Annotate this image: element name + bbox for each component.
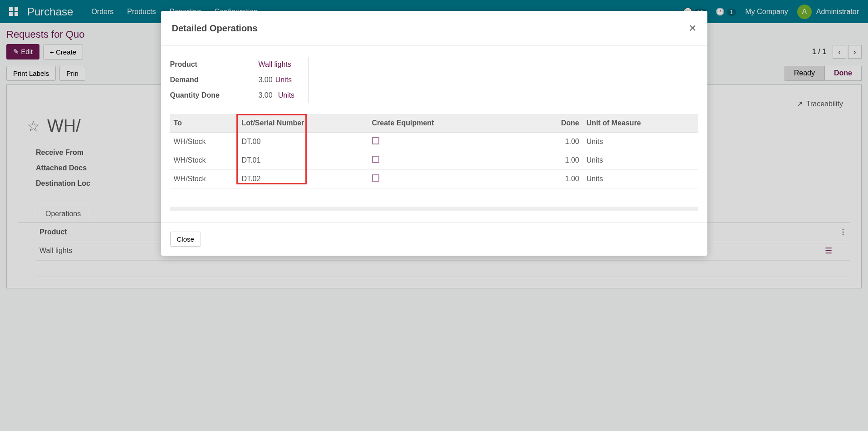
label-product: Product	[170, 60, 259, 69]
modal-header: Detailed Operations ×	[161, 11, 707, 46]
mcell-done: 1.00	[495, 170, 583, 188]
modal-scrollbar[interactable]	[170, 207, 698, 211]
mcol-equipment: Create Equipment	[368, 114, 495, 133]
mcol-done: Done	[495, 114, 583, 133]
detailed-operations-modal: Detailed Operations × Product Wall light…	[161, 11, 707, 256]
modal-close-button[interactable]: ×	[689, 21, 696, 35]
mcell-to: WH/Stock	[170, 151, 238, 170]
value-demand-qty: 3.00	[259, 76, 273, 84]
mcell-lot: DT.00	[238, 133, 368, 151]
close-button[interactable]: Close	[170, 232, 201, 247]
mcol-uom: Unit of Measure	[583, 114, 698, 133]
mcell-uom: Units	[583, 170, 698, 188]
mcol-lot: Lot/Serial Number	[238, 114, 368, 133]
checkbox[interactable]	[372, 137, 379, 144]
mcell-uom: Units	[583, 151, 698, 170]
mcell-done: 1.00	[495, 151, 583, 170]
mcell-done: 1.00	[495, 133, 583, 151]
value-qty-done-unit[interactable]: Units	[278, 91, 294, 99]
checkbox[interactable]	[372, 156, 379, 163]
mcell-equipment	[368, 151, 495, 170]
mcell-lot: DT.02	[238, 170, 368, 188]
checkbox[interactable]	[372, 174, 379, 182]
value-product[interactable]: Wall lights	[259, 60, 291, 69]
modal-title: Detailed Operations	[172, 23, 258, 34]
mcell-equipment	[368, 133, 495, 151]
modal-table: To Lot/Serial Number Create Equipment Do…	[170, 114, 698, 188]
value-qty-done-qty: 3.00	[259, 91, 273, 99]
mcell-to: WH/Stock	[170, 133, 238, 151]
modal-table-row[interactable]: WH/Stock DT.00 1.00 Units	[170, 133, 698, 151]
label-demand: Demand	[170, 76, 259, 84]
modal-table-wrapper: To Lot/Serial Number Create Equipment Do…	[170, 114, 698, 188]
modal-footer: Close	[161, 222, 707, 256]
mcell-lot: DT.01	[238, 151, 368, 170]
label-qty-done: Quantity Done	[170, 91, 259, 99]
modal-table-row[interactable]: WH/Stock DT.02 1.00 Units	[170, 170, 698, 188]
modal-table-row[interactable]: WH/Stock DT.01 1.00 Units	[170, 151, 698, 170]
modal-body: Product Wall lights Demand 3.00Units Qua…	[161, 46, 707, 222]
modal-form: Product Wall lights Demand 3.00Units Qua…	[170, 57, 698, 103]
mcell-uom: Units	[583, 133, 698, 151]
mcol-to: To	[170, 114, 238, 133]
mcell-equipment	[368, 170, 495, 188]
value-demand-unit[interactable]: Units	[275, 76, 292, 84]
mcell-to: WH/Stock	[170, 170, 238, 188]
